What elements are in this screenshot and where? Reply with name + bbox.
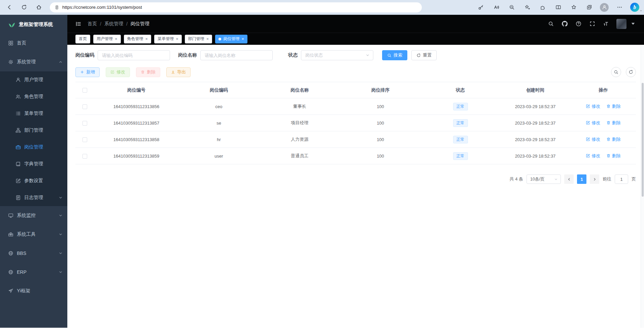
cell-post-sort: 100 bbox=[340, 115, 421, 131]
font-size-button[interactable] bbox=[603, 21, 609, 27]
sidebar-item-post-management[interactable]: 岗位管理 bbox=[0, 139, 67, 156]
row-checkbox[interactable] bbox=[82, 154, 87, 159]
select-all-checkbox[interactable] bbox=[82, 88, 87, 93]
edit-square-icon bbox=[15, 178, 21, 184]
row-checkbox[interactable] bbox=[82, 137, 87, 142]
cell-post-code: hr bbox=[178, 131, 259, 148]
row-checkbox[interactable] bbox=[82, 104, 87, 109]
browser-profile-avatar[interactable] bbox=[600, 3, 609, 12]
row-edit-button[interactable]: 修改 bbox=[586, 120, 600, 126]
sidebar-item-log-management[interactable]: 日志管理 bbox=[0, 189, 67, 206]
sidebar-item-system-tools[interactable]: 系统工具 bbox=[0, 225, 67, 244]
post-name-input[interactable] bbox=[200, 50, 273, 60]
refresh-table-button[interactable] bbox=[626, 67, 636, 77]
row-edit-button[interactable]: 修改 bbox=[586, 103, 600, 109]
fullscreen-button[interactable] bbox=[589, 21, 596, 27]
tab-department-management[interactable]: 部门管理 × bbox=[185, 35, 212, 43]
sidebar-item-role-management[interactable]: 角色管理 bbox=[0, 88, 67, 105]
tab-role-management[interactable]: 角色管理 × bbox=[124, 35, 151, 43]
sidebar-item-erp[interactable]: ERP bbox=[0, 263, 67, 282]
sidebar-item-menu-management[interactable]: 菜单管理 bbox=[0, 105, 67, 122]
collections-button[interactable] bbox=[584, 3, 594, 12]
cell-post-name: 项目经理 bbox=[259, 115, 340, 131]
close-icon[interactable]: × bbox=[241, 37, 244, 41]
status-badge: 正常 bbox=[453, 136, 468, 143]
close-icon[interactable]: × bbox=[115, 37, 117, 41]
sidebar-item-home[interactable]: 首页 bbox=[0, 34, 67, 53]
sidebar-item-label: 系统监控 bbox=[17, 212, 36, 219]
row-delete-button[interactable]: 删除 bbox=[606, 136, 621, 142]
trash-icon bbox=[606, 121, 611, 125]
close-icon[interactable]: × bbox=[176, 37, 178, 41]
scrollbar-thumb[interactable] bbox=[642, 83, 644, 197]
row-delete-button[interactable]: 删除 bbox=[606, 120, 621, 126]
password-key-button[interactable] bbox=[476, 3, 485, 12]
sidebar-item-user-management[interactable]: 用户管理 bbox=[0, 71, 67, 88]
paper-plane-icon bbox=[8, 288, 13, 294]
tab-user-management[interactable]: 用户管理 × bbox=[93, 35, 121, 43]
status-select[interactable]: 岗位状态 bbox=[301, 50, 373, 60]
favorites-button[interactable] bbox=[569, 3, 578, 12]
tab-home[interactable]: 首页 bbox=[75, 35, 90, 43]
home-button[interactable] bbox=[33, 2, 44, 13]
browser-menu-button[interactable] bbox=[615, 3, 624, 12]
split-screen-icon bbox=[555, 4, 561, 10]
search-icon bbox=[548, 21, 554, 27]
export-button[interactable]: 导出 bbox=[166, 67, 191, 77]
edit-icon bbox=[110, 70, 114, 74]
add-favorite-button[interactable] bbox=[522, 3, 532, 12]
breadcrumb-item[interactable]: 首页 bbox=[88, 21, 97, 27]
back-button[interactable] bbox=[3, 2, 15, 13]
toggle-search-button[interactable] bbox=[611, 67, 621, 77]
sidebar-item-system-management[interactable]: 系统管理 bbox=[0, 53, 67, 71]
page-size-select[interactable]: 10条/页 bbox=[527, 174, 561, 184]
goto-page-input[interactable] bbox=[615, 174, 628, 184]
address-bar[interactable]: https://ccnetcore.com:1101/system/post bbox=[50, 2, 422, 12]
row-checkbox[interactable] bbox=[82, 121, 87, 126]
caret-down-icon[interactable] bbox=[630, 21, 636, 27]
add-button[interactable]: 新增 bbox=[75, 67, 100, 77]
help-button[interactable] bbox=[575, 21, 582, 27]
search-button[interactable]: 搜索 bbox=[382, 50, 407, 60]
split-screen-button[interactable] bbox=[553, 3, 563, 12]
row-edit-button[interactable]: 修改 bbox=[586, 153, 600, 159]
page-size-value: 10条/页 bbox=[530, 176, 544, 182]
sidebar-item-system-monitor[interactable]: 系统监控 bbox=[0, 206, 67, 225]
tab-menu-management[interactable]: 菜单管理 × bbox=[154, 35, 182, 43]
next-page-button[interactable] bbox=[590, 174, 599, 184]
github-button[interactable] bbox=[561, 21, 568, 27]
close-icon[interactable]: × bbox=[145, 37, 148, 41]
sidebar-item-bbs[interactable]: BBS bbox=[0, 244, 67, 263]
breadcrumb-separator: / bbox=[126, 21, 128, 27]
bing-sidebar-button[interactable]: b bbox=[630, 3, 639, 12]
sidebar-item-department-management[interactable]: 部门管理 bbox=[0, 122, 67, 139]
read-aloud-button[interactable] bbox=[492, 3, 501, 12]
scrollbar-track[interactable] bbox=[641, 45, 644, 328]
prev-page-button[interactable] bbox=[564, 174, 574, 184]
reset-button[interactable]: 重置 bbox=[411, 50, 437, 60]
extensions-button[interactable] bbox=[538, 3, 547, 12]
collapse-sidebar-icon[interactable] bbox=[75, 21, 81, 27]
tab-post-management[interactable]: 岗位管理 × bbox=[215, 35, 247, 43]
zoom-button[interactable] bbox=[507, 3, 516, 12]
current-page[interactable]: 1 bbox=[577, 174, 586, 184]
sidebar-item-dictionary-management[interactable]: 字典管理 bbox=[0, 156, 67, 172]
header-search-button[interactable] bbox=[547, 21, 554, 27]
user-avatar[interactable] bbox=[616, 19, 626, 29]
sidebar-item-label: 首页 bbox=[17, 40, 26, 46]
person-icon bbox=[602, 5, 607, 10]
app-logo[interactable]: 意框架管理系统 bbox=[0, 15, 67, 34]
site-info-icon[interactable] bbox=[55, 5, 59, 10]
active-tab-dot bbox=[218, 38, 221, 40]
row-delete-button[interactable]: 删除 bbox=[606, 153, 621, 159]
refresh-button[interactable] bbox=[18, 2, 30, 13]
row-edit-button[interactable]: 修改 bbox=[586, 136, 600, 142]
post-code-input[interactable] bbox=[98, 50, 170, 60]
book-icon bbox=[15, 161, 21, 167]
sidebar-item-yi-framework[interactable]: Yi框架 bbox=[0, 282, 67, 300]
sidebar-item-label: 参数设置 bbox=[24, 178, 43, 184]
sidebar-item-parameter-settings[interactable]: 参数设置 bbox=[0, 172, 67, 189]
close-icon[interactable]: × bbox=[206, 37, 209, 41]
row-delete-button[interactable]: 删除 bbox=[606, 103, 621, 109]
status-badge: 正常 bbox=[453, 119, 468, 127]
